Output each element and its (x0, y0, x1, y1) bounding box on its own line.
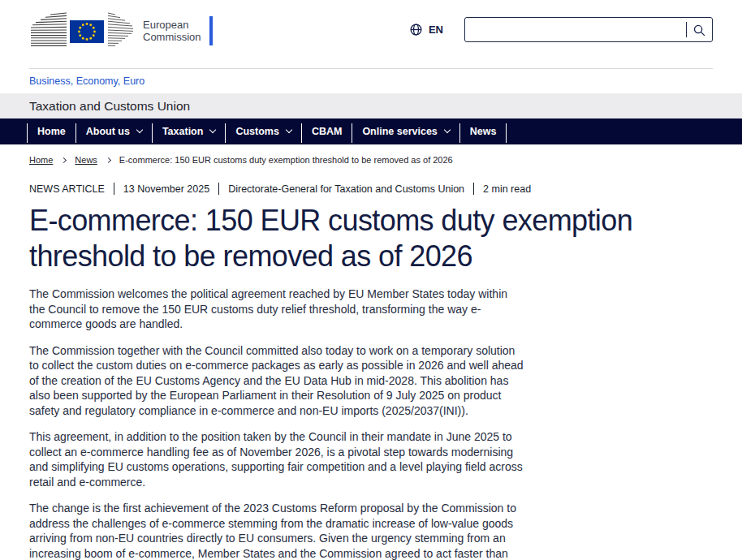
breadcrumb-current-page: E-commerce: 150 EUR customs duty exempti… (119, 155, 453, 165)
nav-item-news[interactable]: News (460, 118, 507, 144)
chevron-down-icon (286, 127, 292, 133)
nav-item-customs[interactable]: Customs (226, 118, 300, 144)
language-selector[interactable]: EN (409, 23, 443, 37)
chevron-right-icon (106, 157, 111, 162)
globe-icon (409, 23, 423, 37)
meta-divider (473, 183, 474, 195)
article-meta: NEWS ARTICLE 13 November 2025 Directorat… (29, 183, 713, 195)
article-date: 13 November 2025 (123, 183, 209, 195)
ec-logo-graphic (29, 11, 135, 51)
chevron-right-icon (61, 157, 67, 162)
breadcrumb-home[interactable]: Home (29, 155, 53, 165)
article-type-label: NEWS ARTICLE (29, 183, 105, 195)
article-paragraph: This agreement, in addition to the posit… (29, 429, 526, 489)
header-divider (29, 68, 713, 69)
nav-item-cbam[interactable]: CBAM (302, 118, 352, 144)
search-box (464, 17, 713, 42)
breadcrumb-news[interactable]: News (75, 155, 97, 165)
article-department: Directorate-General for Taxation and Cus… (228, 183, 464, 195)
nav-item-about-us[interactable]: About us (76, 118, 152, 144)
nav-item-home[interactable]: Home (28, 118, 75, 144)
chevron-down-icon (209, 127, 216, 133)
meta-divider (114, 183, 114, 195)
article-paragraph: The Commission welcomes the political ag… (29, 286, 526, 332)
ec-logo[interactable]: European Commission (29, 11, 213, 51)
article: NEWS ARTICLE 13 November 2025 Directorat… (0, 183, 742, 560)
themes-link[interactable]: Business, Economy, Euro (29, 75, 145, 87)
ec-logo-text: European Commission (143, 19, 201, 43)
chevron-down-icon (444, 127, 451, 133)
language-code: EN (429, 24, 443, 36)
nav-item-taxation[interactable]: Taxation (153, 118, 225, 144)
search-icon (692, 24, 706, 37)
breadcrumb: Home News E-commerce: 150 EUR customs du… (29, 155, 713, 165)
article-read-time: 2 min read (483, 183, 531, 195)
site-title-bar: Taxation and Customs Union (0, 93, 742, 118)
main-nav: Home About us Taxation Customs CBAM Onli… (0, 118, 742, 144)
article-body: The Commission welcomes the political ag… (29, 286, 526, 560)
meta-divider (218, 183, 219, 195)
article-paragraph: The change is the first achievement of t… (29, 501, 526, 560)
nav-item-online-services[interactable]: Online services (352, 118, 459, 144)
logo-accent-bar (209, 16, 213, 45)
chevron-down-icon (136, 127, 143, 133)
eu-flag-icon (70, 20, 104, 43)
page-title: E-commerce: 150 EUR customs duty exempti… (29, 203, 713, 274)
site-header: European Commission EN (0, 0, 742, 93)
article-paragraph: The Commission together with the Council… (29, 343, 526, 419)
search-button[interactable] (687, 20, 712, 39)
nav-separator (506, 123, 507, 143)
search-input[interactable] (465, 18, 686, 41)
site-title-link[interactable]: Taxation and Customs Union (29, 99, 190, 114)
